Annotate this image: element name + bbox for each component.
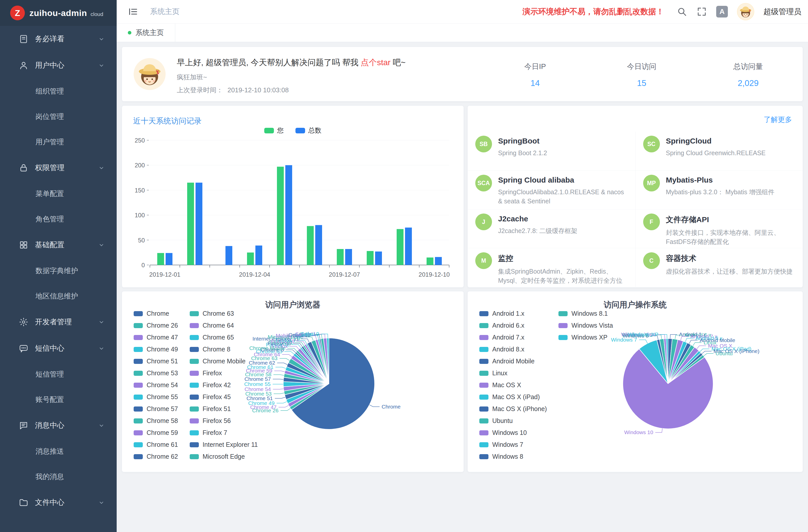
legend-swatch (190, 430, 199, 435)
legend-item-chrome-63[interactable]: Chrome 63 (190, 310, 258, 317)
sidebar-item-region-maintain[interactable]: 地区信息维护 (0, 283, 117, 309)
legend-item-firefox-51[interactable]: Firefox 51 (190, 405, 258, 412)
legend-swatch (479, 454, 489, 459)
legend-label: Windows XP (571, 334, 607, 341)
legend-item-chrome-57[interactable]: Chrome 57 (134, 405, 178, 412)
sidebar-item-message-push[interactable]: 消息推送 (0, 439, 117, 464)
legend-item-chrome-64[interactable]: Chrome 64 (190, 322, 258, 329)
sidebar-item-base-config[interactable]: 基础配置 (0, 232, 117, 258)
sidebar-item-dev-manage[interactable]: 开发者管理 (0, 309, 117, 335)
legend-item-chrome-51[interactable]: Chrome 51 (134, 357, 178, 365)
legend-item-chrome-59[interactable]: Chrome 59 (134, 429, 178, 436)
legend-item-chrome-49[interactable]: Chrome 49 (134, 346, 178, 353)
legend-item-chrome-mobile[interactable]: Chrome Mobile (190, 357, 258, 365)
sms-icon (19, 344, 29, 353)
topbar-right: 演示环境维护不易，请勿乱删乱改数据！ A 超级管理员 (522, 3, 808, 20)
tech-item-title: SpringCloud (666, 136, 766, 145)
legend-label: Firefox 42 (203, 381, 231, 389)
legend-item-firefox-45[interactable]: Firefox 45 (190, 393, 258, 401)
legend-item-[interactable]: 您 (264, 126, 284, 135)
legend-item-ubuntu[interactable]: Ubuntu (479, 417, 547, 424)
breadcrumb[interactable]: 系统主页 (150, 6, 180, 17)
legend-item-mac-os-x-ipad[interactable]: Mac OS X (iPad) (479, 393, 547, 401)
sidebar-item-menu-config[interactable]: 菜单配置 (0, 181, 117, 206)
legend-item-chrome-54[interactable]: Chrome 54 (134, 381, 178, 389)
legend-item-windows-vista[interactable]: Windows Vista (558, 322, 613, 329)
legend-item-chrome-55[interactable]: Chrome 55 (134, 393, 178, 401)
legend-item-chrome-61[interactable]: Chrome 61 (134, 441, 178, 448)
legend-item-chrome-65[interactable]: Chrome 65 (190, 334, 258, 341)
legend-item-chrome-62[interactable]: Chrome 62 (134, 453, 178, 460)
font-size-icon[interactable]: A (716, 6, 728, 18)
legend-item-mac-os-x-iphone[interactable]: Mac OS X (iPhone) (479, 405, 547, 412)
legend-item-windows-xp[interactable]: Windows XP (558, 334, 613, 341)
legend-item-firefox-42[interactable]: Firefox 42 (190, 381, 258, 389)
sidebar-item-role-manage[interactable]: 角色管理 (0, 206, 117, 232)
legend-item-windows-8-1[interactable]: Windows 8.1 (558, 310, 613, 317)
learn-more-link[interactable]: 了解更多 (764, 115, 792, 125)
legend-item-windows-8[interactable]: Windows 8 (479, 453, 547, 460)
legend-item-microsoft-edge[interactable]: Microsoft Edge (190, 453, 258, 460)
stat-value: 14 (516, 78, 554, 88)
sidebar-item-must-read[interactable]: 务必详看 (0, 26, 117, 52)
legend-item-android-1-x[interactable]: Android 1.x (479, 310, 547, 317)
tech-item-desc: 封装文件接口，实现本地存储、阿里云、FastDFS存储的配置化 (666, 228, 796, 246)
legend-item-firefox[interactable]: Firefox (190, 369, 258, 377)
visits-chart-title: 近十天系统访问记录 (133, 116, 202, 126)
tech-badge: C (643, 252, 660, 269)
legend-item-windows-7[interactable]: Windows 7 (479, 441, 547, 448)
legend-item-chrome-8[interactable]: Chrome 8 (190, 346, 258, 353)
legend-item-android-7-x[interactable]: Android 7.x (479, 334, 547, 341)
legend-item-android-8-x[interactable]: Android 8.x (479, 346, 547, 353)
legend-item-android-6-x[interactable]: Android 6.x (479, 322, 547, 329)
legend-item-internet-explorer-11[interactable]: Internet Explorer 11 (190, 441, 258, 448)
legend-swatch (134, 323, 143, 328)
user-avatar[interactable] (737, 3, 754, 20)
username[interactable]: 超级管理员 (764, 6, 802, 17)
legend-swatch (479, 418, 489, 423)
legend-item-firefox-56[interactable]: Firefox 56 (190, 417, 258, 424)
sidebar-item-file-center[interactable]: 文件中心 (0, 490, 117, 516)
fullscreen-icon[interactable] (696, 6, 707, 17)
legend-swatch (134, 371, 143, 376)
legend-swatch (558, 323, 568, 328)
chevron-down-icon (98, 62, 105, 69)
sidebar-item-auth-manage[interactable]: 权限管理 (0, 155, 117, 181)
sidebar-item-message-center[interactable]: 消息中心 (0, 412, 117, 439)
star-link[interactable]: 点个star (361, 58, 390, 67)
sidebar-item-sms-manage[interactable]: 短信管理 (0, 362, 117, 387)
sidebar-item-post-manage[interactable]: 岗位管理 (0, 104, 117, 129)
legend-item-chrome[interactable]: Chrome (134, 310, 178, 317)
legend-item-[interactable]: 总数 (295, 126, 322, 135)
app-logo[interactable]: Z zuihou-admin cloud (0, 0, 117, 26)
legend-item-chrome-58[interactable]: Chrome 58 (134, 417, 178, 424)
legend-swatch (479, 442, 489, 447)
sidebar-item-sms-center[interactable]: 短信中心 (0, 335, 117, 362)
legend-swatch (190, 454, 199, 459)
collapse-sidebar-icon[interactable] (128, 6, 139, 17)
tab-bar: 系统主页 (117, 23, 808, 42)
stat-today-ip: 今日IP14 (516, 61, 554, 88)
gear-icon (19, 317, 29, 327)
legend-item-mac-os-x[interactable]: Mac OS X (479, 381, 547, 389)
sidebar-item-user-center[interactable]: 用户中心 (0, 52, 117, 79)
legend-swatch (190, 383, 199, 388)
legend-item-chrome-53[interactable]: Chrome 53 (134, 369, 178, 377)
sidebar-item-dict-maintain[interactable]: 数据字典维护 (0, 258, 117, 283)
tech-item-desc: J2cache2.7.8: 二级缓存框架 (498, 226, 577, 235)
sidebar-item-account-config[interactable]: 账号配置 (0, 387, 117, 412)
legend-item-chrome-26[interactable]: Chrome 26 (134, 322, 178, 329)
svg-text:Android Mobile: Android Mobile (700, 337, 735, 343)
legend-item-android-mobile[interactable]: Android Mobile (479, 357, 547, 365)
legend-item-windows-10[interactable]: Windows 10 (479, 429, 547, 436)
legend-item-linux[interactable]: Linux (479, 369, 547, 377)
sidebar-item-user-manage[interactable]: 用户管理 (0, 129, 117, 155)
legend-item-firefox-7[interactable]: Firefox 7 (190, 429, 258, 436)
tab-home[interactable]: 系统主页 (117, 23, 175, 42)
sidebar-item-org-manage[interactable]: 组织管理 (0, 79, 117, 104)
svg-text:Android 7.x: Android 7.x (690, 333, 717, 339)
sidebar-item-my-message[interactable]: 我的消息 (0, 464, 117, 490)
legend-item-chrome-47[interactable]: Chrome 47 (134, 334, 178, 341)
legend-label: Chrome 49 (147, 346, 178, 353)
search-icon[interactable] (677, 6, 687, 17)
